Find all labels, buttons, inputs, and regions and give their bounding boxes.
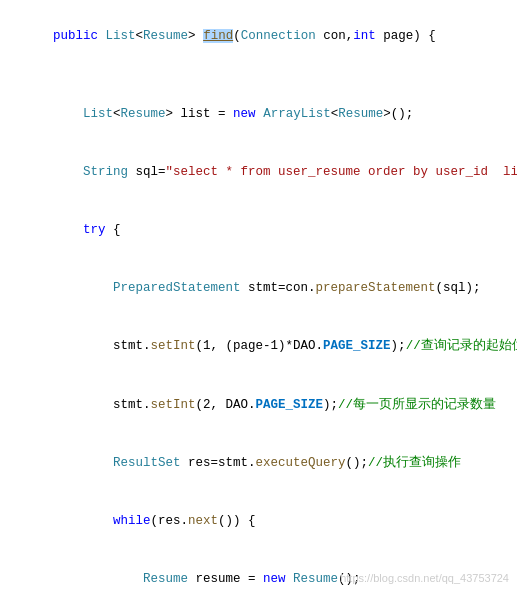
code-line-9: ResultSet res=stmt.executeQuery();//执行查询…	[0, 434, 517, 492]
code-line-1: public List<Resume> find(Connection con,…	[0, 8, 517, 66]
code-line-blank1	[0, 66, 517, 85]
code-line-8: stmt.setInt(2, DAO.PAGE_SIZE);//每一页所显示的记…	[0, 376, 517, 434]
code-line-7: stmt.setInt(1, (page-1)*DAO.PAGE_SIZE);/…	[0, 318, 517, 376]
code-line-6: PreparedStatement stmt=con.prepareStatem…	[0, 260, 517, 318]
code-line-3: List<Resume> list = new ArrayList<Resume…	[0, 86, 517, 144]
code-line-4: String sql="select * from user_resume or…	[0, 144, 517, 202]
watermark: https://blog.csdn.net/qq_43753724	[340, 572, 509, 584]
code-line-10: while(res.next()) {	[0, 492, 517, 550]
code-editor: public List<Resume> find(Connection con,…	[0, 0, 517, 592]
code-line-5: try {	[0, 202, 517, 260]
